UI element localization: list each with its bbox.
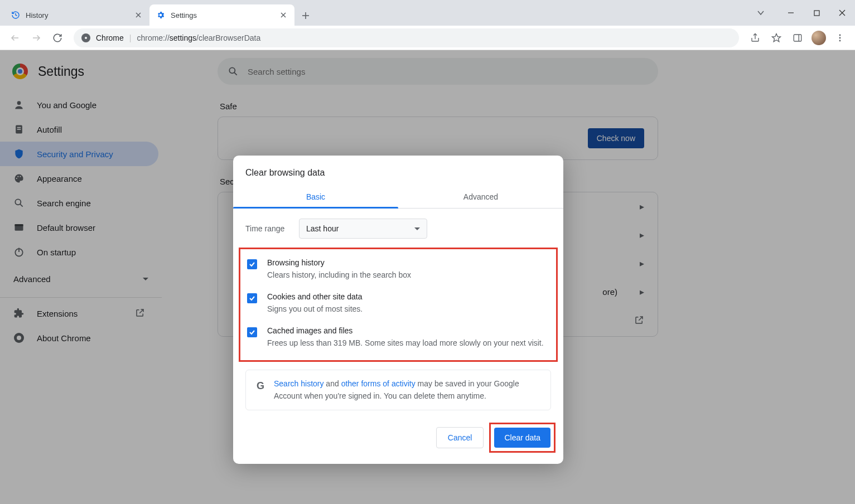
- settings-page: Settings You and Google Autofill Securit…: [0, 50, 855, 504]
- chevron-down-icon: [414, 227, 420, 230]
- new-tab-button[interactable]: [298, 8, 313, 23]
- address-host: settings: [170, 33, 196, 42]
- side-panel-icon[interactable]: [788, 28, 807, 47]
- browser-titlebar: History Settings: [0, 0, 855, 26]
- clear-browsing-data-dialog: Clear browsing data Basic Advanced Time …: [233, 156, 563, 464]
- checkbox-checked-icon[interactable]: [247, 293, 257, 303]
- address-path: /clearBrowserData: [196, 33, 260, 42]
- checkbox-checked-icon[interactable]: [247, 259, 257, 269]
- highlight-box-clear: Clear data: [489, 423, 555, 453]
- address-scheme-label: Chrome: [96, 33, 124, 42]
- history-icon: [11, 11, 20, 20]
- tab-advanced[interactable]: Advanced: [398, 186, 563, 208]
- info-text: Search history and other forms of activi…: [274, 378, 542, 402]
- highlight-box-checks: Browsing history Clears history, includi…: [239, 248, 558, 362]
- dialog-title: Clear browsing data: [233, 156, 563, 186]
- reload-button[interactable]: [48, 28, 67, 47]
- gear-icon: [156, 11, 165, 20]
- svg-point-17: [839, 37, 841, 38]
- close-icon[interactable]: [279, 11, 288, 20]
- share-icon[interactable]: [746, 28, 765, 47]
- checkbox-checked-icon[interactable]: [247, 327, 257, 337]
- bookmark-icon[interactable]: [767, 28, 786, 47]
- time-range-row: Time range Last hour: [233, 209, 563, 244]
- address-bar[interactable]: Chrome | chrome://settings/clearBrowserD…: [74, 28, 739, 47]
- time-range-value: Last hour: [306, 224, 339, 233]
- forward-button[interactable]: [27, 28, 46, 47]
- svg-rect-7: [814, 11, 819, 16]
- browser-toolbar: Chrome | chrome://settings/clearBrowserD…: [0, 26, 855, 50]
- tab-title: History: [26, 11, 128, 20]
- tab-settings[interactable]: Settings: [149, 4, 294, 26]
- address-scheme: chrome://: [137, 33, 169, 42]
- tab-history[interactable]: History: [4, 4, 149, 26]
- svg-marker-13: [772, 33, 781, 41]
- close-icon[interactable]: [134, 11, 143, 20]
- tab-basic[interactable]: Basic: [233, 186, 398, 208]
- maximize-button[interactable]: [804, 0, 829, 26]
- svg-point-16: [839, 34, 841, 36]
- check-row-cache[interactable]: Cached images and files Frees up less th…: [245, 321, 552, 355]
- time-range-select[interactable]: Last hour: [299, 219, 427, 239]
- clear-data-button[interactable]: Clear data: [494, 428, 550, 448]
- dialog-actions: Cancel Clear data: [233, 410, 563, 456]
- check-row-browsing-history[interactable]: Browsing history Clears history, includi…: [245, 253, 552, 287]
- google-g-icon: G: [255, 380, 266, 391]
- time-range-label: Time range: [245, 224, 291, 233]
- tab-search-icon[interactable]: [748, 0, 774, 26]
- minimize-button[interactable]: [778, 0, 804, 26]
- tab-title: Settings: [171, 11, 273, 20]
- google-account-info: G Search history and other forms of acti…: [245, 370, 551, 410]
- window-controls: [748, 0, 855, 26]
- svg-rect-14: [794, 35, 801, 41]
- back-button[interactable]: [6, 28, 25, 47]
- address-text: Chrome | chrome://settings/clearBrowserD…: [96, 33, 260, 42]
- menu-icon[interactable]: [830, 28, 849, 47]
- check-desc: Signs you out of most sites.: [267, 303, 363, 315]
- close-window-button[interactable]: [829, 0, 855, 26]
- dialog-tabs: Basic Advanced: [233, 186, 563, 209]
- check-title: Cached images and files: [267, 326, 544, 335]
- cancel-button[interactable]: Cancel: [436, 427, 484, 448]
- svg-point-18: [839, 40, 841, 41]
- check-desc: Clears history, including in the search …: [267, 269, 411, 281]
- link-search-history[interactable]: Search history: [274, 379, 323, 388]
- check-title: Cookies and other site data: [267, 292, 363, 301]
- check-desc: Frees up less than 319 MB. Some sites ma…: [267, 337, 544, 349]
- profile-avatar[interactable]: [811, 31, 826, 45]
- check-row-cookies[interactable]: Cookies and other site data Signs you ou…: [245, 287, 552, 321]
- check-title: Browsing history: [267, 258, 411, 267]
- link-other-activity[interactable]: other forms of activity: [341, 379, 416, 388]
- chrome-icon: [81, 33, 90, 42]
